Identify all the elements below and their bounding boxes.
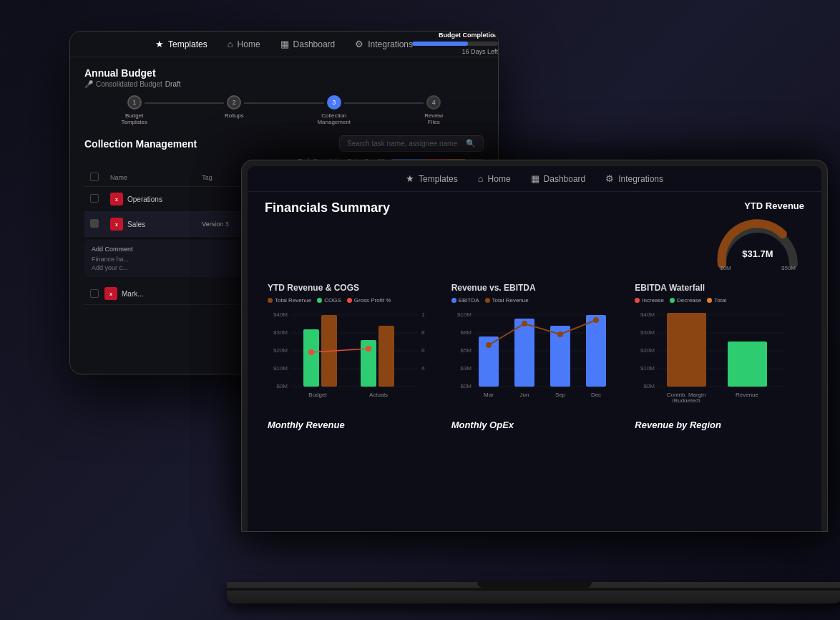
laptop-screen: ★ Templates ⌂ Home ▦ Dashboard ⚙ Integra… (248, 166, 821, 531)
budget-subtitle: 🎤 Consolidated Budget Draft (84, 80, 181, 88)
financials-title: Financials Summary (265, 200, 390, 215)
svg-text:60%: 60% (421, 347, 425, 354)
svg-text:Mar: Mar (484, 392, 494, 398)
step-2: 2 Rollups (185, 95, 285, 119)
svg-text:$0M: $0M (460, 383, 472, 389)
budget-completion: Budget Completion 16 Days Left (412, 32, 498, 55)
svg-text:$31.7M: $31.7M (742, 248, 773, 259)
laptop-nav-dashboard[interactable]: ▦ Dashboard (531, 173, 586, 184)
svg-rect-38 (586, 315, 606, 387)
svg-text:$30M: $30M (640, 329, 655, 336)
legend-2: EBITDA Total Revenue (451, 297, 618, 304)
svg-text:Dec: Dec (591, 392, 601, 398)
svg-text:$30M: $30M (273, 329, 288, 336)
nav-templates[interactable]: ★ Templates (155, 39, 207, 49)
chart-icon: ▦ (531, 173, 539, 184)
step-1: 1 BudgetTemplates (84, 95, 185, 125)
svg-text:$0M: $0M (720, 265, 731, 271)
ytd-title: YTD Revenue (744, 200, 804, 211)
svg-point-17 (308, 349, 314, 355)
completion-bar (412, 42, 498, 46)
search-bar[interactable]: 🔍 (339, 135, 484, 152)
chart-svg-1: $40M $30M $20M $10M $0M (268, 309, 425, 402)
steps-row: 1 BudgetTemplates 2 Rollups 3 Collection… (84, 95, 484, 125)
svg-text:Actuals: Actuals (369, 392, 388, 398)
gear-icon: ⚙ (355, 39, 363, 49)
star-icon: ★ (406, 173, 414, 184)
budget-title: Annual Budget (84, 67, 181, 79)
svg-text:$3M: $3M (460, 365, 472, 372)
svg-point-40 (522, 321, 527, 326)
svg-text:$50M: $50M (781, 265, 796, 271)
svg-rect-57 (667, 313, 706, 387)
svg-text:$10M: $10M (273, 365, 288, 372)
laptop-nav-home[interactable]: ⌂ Home (478, 173, 511, 184)
legend-3: Increase Decrease Total (635, 297, 801, 304)
svg-text:80%: 80% (421, 329, 425, 336)
step-4: 4 ReviewFiles (384, 95, 484, 125)
scene: ★ Templates ⌂ Home ▦ Dashboard ⚙ Integra… (26, 16, 814, 604)
completion-fill (412, 42, 468, 46)
laptop-screen-wrapper: ★ Templates ⌂ Home ▦ Dashboard ⚙ Integra… (241, 160, 828, 532)
search-icon: 🔍 (466, 139, 476, 148)
svg-rect-13 (303, 329, 319, 387)
excel-icon: x (110, 193, 123, 205)
ytd-panel: YTD Revenue $31.7M $0M $50M (675, 200, 804, 271)
chart-ebitda-waterfall: EBITDA Waterfall Increase Decrease (626, 274, 810, 414)
laptop-hinge (227, 588, 840, 591)
nav-dashboard[interactable]: ▦ Dashboard (280, 39, 336, 49)
gear-icon: ⚙ (605, 173, 614, 184)
nav-home[interactable]: ⌂ Home (228, 39, 260, 49)
bottom-chart-labels: Monthly Revenue Monthly OpEx Revenue by … (248, 414, 821, 430)
svg-point-18 (366, 346, 371, 352)
ytd-gauge: $31.7M $0M $50M (711, 214, 804, 271)
svg-point-41 (557, 331, 563, 337)
svg-text:Sep: Sep (555, 392, 566, 398)
excel-icon-marketing: x (104, 287, 117, 300)
svg-text:Revenue: Revenue (736, 392, 759, 398)
svg-text:$0M: $0M (276, 383, 288, 389)
laptop-base (227, 582, 840, 604)
svg-text:$20M: $20M (273, 347, 288, 354)
chart-ytd-revenue-cogs: YTD Revenue & COGS Total Revenue COGS (259, 274, 443, 414)
svg-text:$10M: $10M (640, 365, 655, 372)
search-input[interactable] (347, 140, 461, 147)
laptop-notch (477, 582, 592, 588)
legend-1: Total Revenue COGS Gross Profit % (268, 297, 434, 304)
svg-text:$10M: $10M (457, 311, 472, 318)
chart-svg-3: $40M $30M $20M $10M $0M (635, 309, 792, 402)
laptop-nav-templates[interactable]: ★ Templates (406, 173, 458, 184)
svg-rect-16 (379, 326, 394, 387)
excel-icon: x (110, 218, 123, 231)
chart-svg-2: $10M $8M $5M $3M $0M (451, 309, 609, 402)
chart-icon: ▦ (280, 39, 289, 49)
charts-grid: YTD Revenue & COGS Total Revenue COGS (248, 274, 821, 414)
svg-text:$40M: $40M (640, 311, 655, 318)
svg-text:$20M: $20M (640, 347, 655, 354)
svg-point-39 (486, 342, 492, 348)
step-3: 3 CollectionManagement (284, 95, 384, 125)
svg-text:40%: 40% (421, 365, 425, 372)
mic-icon: 🎤 (84, 80, 93, 88)
svg-text:Jun: Jun (519, 392, 529, 398)
svg-point-42 (593, 317, 599, 323)
svg-text:$40M: $40M (273, 311, 288, 318)
star-icon: ★ (155, 39, 164, 49)
nav-integrations[interactable]: ⚙ Integrations (355, 39, 413, 49)
laptop-device: ★ Templates ⌂ Home ▦ Dashboard ⚙ Integra… (241, 160, 828, 604)
svg-text:$0M: $0M (644, 383, 655, 389)
svg-text:Budget: Budget (308, 392, 327, 398)
svg-text:$8M: $8M (460, 329, 472, 336)
cm-header: Collection Management 🔍 (84, 135, 484, 158)
col-name: Name (104, 169, 196, 187)
svg-text:(Budgeted): (Budgeted) (673, 397, 701, 402)
chart-revenue-ebitda: Revenue vs. EBITDA EBITDA Total Revenue (443, 274, 627, 414)
home-icon: ⌂ (478, 173, 484, 184)
svg-text:100%: 100% (421, 311, 425, 318)
home-icon: ⌂ (228, 39, 233, 49)
svg-rect-36 (514, 319, 534, 387)
svg-text:$5M: $5M (460, 347, 472, 354)
laptop-nav-integrations[interactable]: ⚙ Integrations (605, 173, 663, 184)
svg-rect-58 (728, 342, 767, 387)
laptop-nav: ★ Templates ⌂ Home ▦ Dashboard ⚙ Integra… (248, 166, 821, 192)
